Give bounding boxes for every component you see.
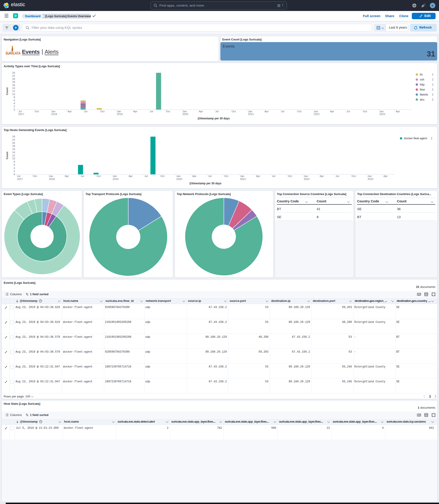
svg-text:2021: 2021: [248, 113, 254, 115]
svg-text:dns: dns: [420, 98, 424, 101]
svg-text:Jan: Jan: [379, 110, 384, 113]
svg-text:18: 18: [12, 145, 15, 147]
svg-text:Apr: Apr: [192, 175, 196, 177]
svg-text:tls: tls: [420, 73, 423, 76]
svg-text:8: 8: [14, 96, 15, 98]
svg-text:2023: 2023: [367, 178, 373, 180]
svg-text:Jul: Jul: [281, 110, 284, 113]
svg-text:Jan: Jan: [117, 110, 121, 113]
svg-text:Jul: Jul: [149, 110, 153, 113]
svg-text:Jul: Jul: [18, 110, 22, 113]
svg-text:Oct: Oct: [97, 175, 101, 177]
svg-text:Apr: Apr: [68, 110, 72, 113]
svg-text:20: 20: [12, 77, 15, 80]
svg-text:Jul: Jul: [272, 175, 275, 177]
svg-text:6: 6: [14, 163, 15, 166]
svg-text:12: 12: [12, 154, 15, 157]
svg-text:Oct: Oct: [232, 110, 236, 113]
svg-text:@timestamp per 30 days: @timestamp per 30 days: [189, 182, 221, 185]
svg-text:Jul: Jul: [336, 175, 339, 177]
svg-text:Apr: Apr: [396, 110, 400, 113]
svg-text:Oct: Oct: [35, 110, 39, 113]
svg-text:Jul: Jul: [208, 175, 212, 177]
svg-text:http: http: [420, 83, 425, 86]
svg-text:2018: 2018: [49, 178, 55, 180]
svg-text:2019: 2019: [117, 113, 123, 115]
svg-text:2: 2: [14, 105, 15, 108]
svg-text:docker-fleet-agent: docker-fleet-agent: [404, 137, 427, 140]
svg-text:2020: 2020: [176, 178, 182, 180]
svg-text:10: 10: [12, 93, 15, 96]
svg-text:flow: flow: [420, 88, 425, 91]
svg-text:SURICATA: SURICATA: [5, 51, 21, 55]
svg-text:Oct: Oct: [33, 175, 37, 177]
svg-text:Jul: Jul: [17, 175, 20, 177]
svg-text:Oct: Oct: [100, 110, 105, 113]
svg-text:2017: 2017: [18, 113, 24, 115]
svg-text:8: 8: [14, 160, 15, 163]
svg-text:20: 20: [12, 142, 15, 144]
svg-text:4: 4: [14, 102, 15, 105]
svg-text:2018: 2018: [51, 113, 57, 115]
svg-text:Oct: Oct: [166, 110, 170, 113]
svg-text:0: 0: [14, 108, 15, 111]
svg-text:2017: 2017: [17, 178, 23, 180]
svg-text:16: 16: [12, 148, 15, 150]
svg-text:22: 22: [12, 74, 15, 77]
svg-text:Apr: Apr: [256, 175, 260, 177]
svg-text:10: 10: [12, 157, 15, 160]
svg-text:Jan: Jan: [314, 110, 318, 113]
svg-text:Jan: Jan: [49, 175, 53, 177]
svg-text:Jul: Jul: [81, 175, 84, 177]
svg-text:Apr: Apr: [133, 110, 137, 113]
svg-text:fileinfo: fileinfo: [420, 93, 428, 96]
svg-text:2019: 2019: [113, 178, 119, 180]
svg-text:Jan: Jan: [240, 175, 244, 177]
svg-text:2020: 2020: [183, 113, 188, 115]
svg-text:[Logs Suricata] Events Overvie: [Logs Suricata] Events Overview: [45, 14, 91, 18]
svg-text:Jan: Jan: [304, 175, 308, 177]
svg-text:24: 24: [12, 135, 15, 138]
svg-text:6: 6: [14, 99, 15, 102]
svg-text:2021: 2021: [240, 178, 246, 180]
svg-text:2022: 2022: [314, 113, 320, 115]
svg-text:12: 12: [12, 90, 15, 92]
svg-text:0: 0: [14, 173, 15, 176]
svg-text:Count: Count: [6, 87, 9, 95]
svg-text:Jul: Jul: [145, 175, 148, 177]
svg-text:Jan: Jan: [367, 175, 372, 177]
svg-text:14: 14: [12, 151, 15, 154]
svg-text:Oct: Oct: [352, 175, 356, 177]
svg-text:2022: 2022: [304, 178, 310, 180]
svg-text:Apr: Apr: [199, 110, 203, 113]
svg-text:Count: Count: [6, 152, 9, 159]
svg-text:16: 16: [12, 84, 15, 86]
svg-text:Jul: Jul: [84, 110, 87, 113]
svg-text:2023: 2023: [379, 113, 385, 115]
svg-text:24: 24: [12, 71, 15, 74]
svg-text:Jul: Jul: [215, 110, 219, 113]
svg-text:Jan: Jan: [51, 110, 56, 113]
svg-text:Oct: Oct: [297, 110, 302, 113]
svg-text:Jan: Jan: [113, 175, 117, 177]
svg-text:Jan: Jan: [183, 110, 187, 113]
svg-text:Apr: Apr: [320, 175, 324, 177]
svg-text:Oct: Oct: [288, 175, 292, 177]
svg-text:Apr: Apr: [265, 110, 269, 113]
svg-text:14: 14: [12, 87, 15, 89]
svg-text:Oct: Oct: [224, 175, 228, 177]
svg-text:Apr: Apr: [129, 175, 133, 177]
svg-text:Oct: Oct: [363, 110, 367, 113]
svg-text:2: 2: [14, 170, 15, 172]
svg-text:18: 18: [12, 81, 15, 83]
svg-text:Jul: Jul: [347, 110, 350, 113]
svg-text:Jan: Jan: [176, 175, 181, 177]
svg-text:Apr: Apr: [65, 175, 69, 177]
svg-text:4: 4: [14, 167, 15, 170]
svg-text:@timestamp per 30 days: @timestamp per 30 days: [197, 117, 230, 120]
svg-text:Jan: Jan: [248, 110, 252, 113]
svg-text:Apr: Apr: [330, 110, 334, 113]
svg-text:Dashboard: Dashboard: [25, 14, 40, 18]
svg-text:ssh: ssh: [420, 78, 424, 81]
svg-text:Oct: Oct: [160, 175, 165, 177]
